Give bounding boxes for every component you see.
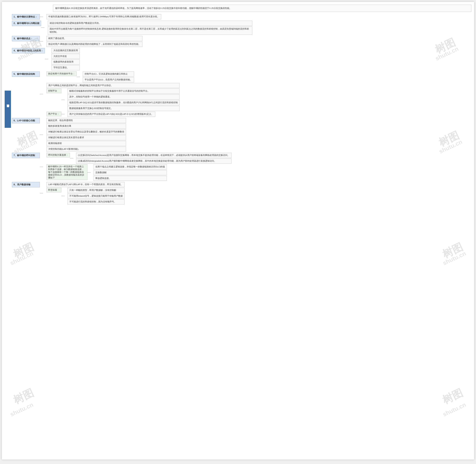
section-5-sub-0-items: 控制平台(C)，它涉及逻辑连接的建立和拆止 平台是用户平台(U)，负责用户之间的…	[83, 71, 134, 82]
section-7-label: 7、帧中继的呼叫控制	[12, 153, 40, 158]
section-2-item-0: 就送分组控制命令的逻辑连接和用户数据是分开的。	[48, 21, 252, 26]
section-7-sub-0-items: (1)交换访问(Switched Access)是用户连接到交换网络，而本地交换…	[76, 153, 231, 164]
s5-sub2-item1: 其中，控制信号使用一个单独的逻辑通道。	[67, 94, 180, 99]
section-1-label: 1、帧中继的主要特点：	[12, 14, 40, 19]
section-8-sub-0: 即意味着 只有一种帧的类型，即用户数据帧，没有控制帧 不可能用inband信号，…	[47, 188, 124, 204]
s6-item2: 对帧进行检查以保证在零位手柄位以及零位删除后，帧的长度是字节的整数倍	[47, 129, 126, 135]
section-4-label: 4、帧中继在H信道上的应用：	[12, 48, 45, 53]
s8-sub0-item0: 只有一种帧的类型，即用户数据帧，没有控制帧	[67, 188, 124, 193]
section-4-item-0: 大信息量的交互数据应用	[51, 48, 80, 53]
section-4-item-2: 低数据率的多路复用	[51, 59, 80, 65]
watermark-right-4: 树图	[440, 386, 465, 407]
section-2: 2、帧中继网与X.25网比较 就送分组控制命令的逻辑连接和用户数据是分开的。 因…	[12, 21, 471, 35]
section-5-sub-2-label: 控制平台	[47, 88, 61, 93]
section-7-sub-0-label: 呼叫控制方案选择：	[47, 153, 70, 157]
watermark-left-3b: shutu.cn	[9, 250, 34, 267]
hline-7-0	[70, 158, 73, 158]
s7-sub0-item1: (2)集成访问(Intergraded Access)用户接到帧中继网络或者交换…	[76, 158, 231, 164]
hline-3	[40, 41, 43, 41]
s7-sub1-item0: 在两个端点之间建立逻辑连接，并指定唯一的数据链路标识符DLCI的值	[94, 164, 167, 169]
section-1: 1、帧中继的主要特点： 中速到高速的数据接口,标准速率为DS1，即T1速率1.5…	[12, 14, 471, 19]
s6-item4: 检测传输差错	[47, 141, 126, 146]
page: 树图 shutu.cn 树图 shutu.cn 树图 shutu.cn 树图 s…	[2, 2, 474, 460]
section-7-sub-1-items: 在两个端点之间建立逻辑连接，并指定唯一的数据链路标识符DLCI的值 交换数据帧 …	[94, 164, 167, 181]
section-8: 8、用户数据传输 LAP-F帧格式类似于LAP-D和LAP-B，但有一个明显的差…	[12, 182, 471, 204]
s7-sub1-item1: 交换数据帧	[94, 170, 167, 175]
s8-sub0-item2: 不可能进行流控和差错控制，因为没有顺序号。	[67, 199, 124, 204]
watermark-left-3: 树图	[11, 240, 36, 261]
s6-item1: 帧的多路复用/多路分离	[47, 124, 126, 129]
section-5-sub-2-items: 帧模式传输服务的控制平台类似于分组交换服务中用于公共通道信号的控制平台。 其中，…	[67, 88, 180, 111]
section-1-item-0: 中速到高速的数据接口,标准速率为DS1，即T1速率1.544Mbps;可用于专用…	[47, 14, 161, 19]
intro-text: 帧中继网是由X.25分组交换技术演进而来的，由于光纤通信的误码率低，为了提高网络…	[55, 7, 231, 9]
section-8-label: 8、用户数据传输	[12, 182, 40, 187]
section-8-sub-0-label: 即意味着	[47, 188, 61, 192]
section-6-items: 帧的定界、组合和透明性 帧的多路复用/多路分离 对帧进行检查以保证在零位手柄位以…	[47, 118, 126, 152]
s8-item0: LAP-F帧格式类似于LAP-D和LAP-B，但有一个明显的差别，即没有控制域。	[47, 182, 124, 187]
section-7-items: 呼叫控制方案选择： (1)交换访问(Switched Access)是用户连接到…	[47, 153, 231, 181]
section-2-label: 2、帧中继网与X.25网比较	[12, 21, 41, 26]
section-2-item-1: 因此中间节点都需为每个连接的呼叫控制保持状态表;逻辑连接的复用和交换发生在第二层…	[48, 26, 252, 35]
section-4-item-1: 大的文件传送	[51, 54, 80, 59]
section-3-item-1: 协议对用户-网络接口以及网络内部处理的功能降低了，从而得到了低延迟和高吞吐率的性…	[47, 42, 143, 47]
section-8-items: LAP-F帧格式类似于LAP-D和LAP-B，但有一个明显的差别，即没有控制域。…	[47, 182, 124, 204]
section-3: 3、帧中继的优点： 精简了通信处理。 协议对用户-网络接口以及网络内部处理的功能…	[12, 36, 471, 47]
section-3-item-0: 精简了通信处理。	[47, 36, 143, 41]
s6-item3: 对帧进行检查以保证其长度符合要求	[47, 135, 126, 140]
s5-sub2-item0: 帧模式传输服务的控制平台类似于分组交换服务中用于公共通道信号的控制平台。	[67, 88, 180, 94]
s8-sub0-item1: 不可能用inband信号，逻辑连接只能用于传输用户数据	[67, 193, 124, 199]
main-sections: 1、帧中继的主要特点： 中速到高速的数据接口,标准速率为DS1，即T1速率1.5…	[11, 14, 471, 204]
s5-sub0-item1: 平台是用户平台(U)，负责用户之间的数据传输。	[83, 77, 134, 82]
root-label: 计算机四级网络工程师知识点帧中继网	[5, 91, 11, 128]
watermark-left-4b: shutu.cn	[9, 401, 34, 418]
watermark-left-4: 树图	[11, 386, 36, 407]
section-1-items: 中速到高速的数据接口,标准速率为DS1，即T1速率1.544Mbps;可用于专用…	[47, 14, 161, 19]
s6-item0: 帧的定界、组合和透明性	[47, 118, 126, 123]
section-7: 7、帧中继的呼叫控制 呼叫控制方案选择： (1)交换访问(Switched Ac…	[12, 153, 471, 181]
section-7-sub-1-label: 帧中继和X.25一样支持在一个链路上利用多个连接，称为数据链路连接，每个连接都有…	[47, 164, 87, 180]
section-5: 5、帧中继的协议结构 协议有两个开的操作平台： 控制平台(C)，它涉及逻辑连接的…	[12, 71, 471, 117]
s5-sub2-item3: 数据链路服务用于交换Q.933控制信号报文。	[67, 106, 180, 111]
section-8-sub-0-items: 只有一种帧的类型，即用户数据帧，没有控制帧 不可能用inband信号，逻辑连接只…	[67, 188, 124, 204]
section-2-items: 就送分组控制命令的逻辑连接和用户数据是分开的。 因此中间节点都需为每个连接的呼叫…	[48, 21, 252, 35]
section-3-label: 3、帧中继的优点：	[12, 36, 40, 41]
hline-8-0	[61, 196, 65, 196]
hline-7	[40, 167, 43, 167]
s7-sub1-item2: 释放逻辑连接。	[94, 176, 167, 181]
content-area: 计算机四级网络工程师知识点帧中继网 1、帧中继的主要特点： 中速到高速的数据接口…	[5, 14, 471, 204]
section-5-sub-0-label: 协议有两个开的操作平台：	[47, 71, 76, 76]
s5-standalone: 用户与网络之间的是控制平台，两端到端之间则是用户平台协议。	[47, 83, 180, 88]
intro-box: 帧中继网是由X.25分组交换技术演进而来的，由于光纤通信的误码率低，为了提高网络…	[53, 5, 471, 12]
hline-5-0	[76, 77, 80, 77]
s5-sub2-item2: 链路层用LAP-D(Q.921)提供可靠的数据链路控制服务，在D通道的用户(TE…	[67, 100, 180, 105]
section-4-item-3: 字符交互通信。	[51, 65, 80, 70]
section-6: 6、LAP-D的核心功能 帧的定界、组合和透明性 帧的多路复用/多路分离 对帧进…	[12, 118, 471, 152]
watermark-right-3b: shutu.cn	[442, 250, 467, 267]
section-5-sub-2: 控制平台 帧模式传输服务的控制平台类似于分组交换服务中用于公共通道信号的控制平台…	[47, 88, 180, 111]
section-5-label: 5、帧中继的协议结构	[12, 71, 40, 77]
hline-4	[45, 59, 48, 59]
watermark-right-4b: shutu.cn	[442, 401, 467, 418]
section-4: 4、帧中继在H信道上的应用： 大信息量的交互数据应用 大的文件传送 低数据率的多…	[12, 48, 471, 70]
section-5-sub-3: 用户平台： 用户之间传输信息的用户平台协议是LAP-F由Q.922(是LAP-D…	[47, 112, 180, 117]
s6-item5: 冲突控制功能(LAP-F新增功能)。	[47, 147, 126, 152]
section-7-sub-0: 呼叫控制方案选择： (1)交换访问(Switched Access)是用户连接到…	[47, 153, 231, 164]
s5-sub3-item0: 用户之间传输信息的用户平台协议是LAP-F由Q.922(是LAP-D Q.921…	[67, 112, 155, 117]
s5-sub0-item0: 控制平台(C)，它涉及逻辑连接的建立和拆止	[83, 71, 134, 77]
hline-8	[40, 193, 43, 193]
watermark-right-3: 树图	[440, 240, 465, 261]
hline-5-3	[61, 114, 65, 114]
hline-5-2	[61, 100, 65, 100]
section-4-items: 大信息量的交互数据应用 大的文件传送 低数据率的多路复用 字符交互通信。	[51, 48, 80, 70]
section-5-sub-3-label: 用户平台：	[47, 112, 61, 116]
section-5-items: 协议有两个开的操作平台： 控制平台(C)，它涉及逻辑连接的建立和拆止 平台是用户…	[47, 71, 180, 117]
section-5-sub-3-items: 用户之间传输信息的用户平台协议是LAP-F由Q.922(是LAP-D Q.921…	[67, 112, 155, 117]
section-7-sub-1: 帧中继和X.25一样支持在一个链路上利用多个连接，称为数据链路连接，每个连接都有…	[47, 164, 231, 181]
hline-2	[41, 28, 44, 28]
section-3-items: 精简了通信处理。 协议对用户-网络接口以及网络内部处理的功能降低了，从而得到了低…	[47, 36, 143, 47]
section-6-label: 6、LAP-D的核心功能	[12, 118, 40, 123]
section-5-sub-0: 协议有两个开的操作平台： 控制平台(C)，它涉及逻辑连接的建立和拆止 平台是用户…	[47, 71, 180, 82]
s7-sub0-item0: (1)交换访问(Switched Access)是用户连接到交换网络，而本地交换…	[76, 153, 231, 158]
